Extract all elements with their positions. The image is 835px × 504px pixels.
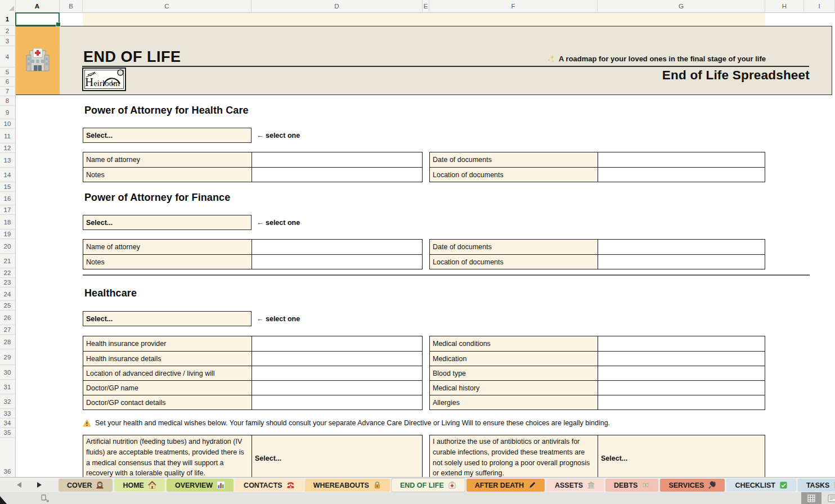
- value-cell[interactable]: [252, 255, 422, 269]
- row-header-15[interactable]: 15: [0, 182, 15, 192]
- sheet-tab-cover[interactable]: COVER: [59, 479, 113, 492]
- row-header-35[interactable]: 35: [0, 428, 15, 438]
- label-cell[interactable]: Allergies: [430, 395, 598, 410]
- row-header-26[interactable]: 26: [0, 310, 15, 325]
- wish-statement-cell[interactable]: Artificial nutrition (feeding tubes) and…: [83, 435, 252, 482]
- row-header-27[interactable]: 27: [0, 325, 15, 335]
- row-header-16[interactable]: 16: [0, 192, 15, 205]
- label-cell[interactable]: Location of documents: [430, 168, 598, 182]
- banner-accent-cell[interactable]: [16, 26, 60, 94]
- select-dropdown-cell[interactable]: Select...: [83, 311, 252, 326]
- select-dropdown-cell[interactable]: Select...: [83, 128, 252, 143]
- wish-statement-cell[interactable]: I authorize the use of antibiotics or an…: [430, 435, 598, 482]
- row-header-12[interactable]: 12: [0, 143, 15, 153]
- row-header-10[interactable]: 10: [0, 119, 15, 129]
- label-cell[interactable]: Health insurance details: [83, 352, 252, 366]
- sheet-tab-checklist[interactable]: CHECKLIST: [726, 479, 796, 492]
- value-cell[interactable]: [598, 152, 765, 167]
- value-cell[interactable]: [598, 395, 765, 410]
- label-cell[interactable]: Doctor/GP contact details: [83, 395, 252, 410]
- value-cell[interactable]: [598, 240, 765, 254]
- column-header-i[interactable]: I: [804, 0, 835, 12]
- row-header-29[interactable]: 29: [0, 349, 15, 365]
- label-cell[interactable]: Blood type: [430, 366, 598, 380]
- row-header-4[interactable]: 4: [0, 46, 15, 68]
- label-cell[interactable]: Location of advanced directive / living …: [83, 366, 252, 380]
- value-cell[interactable]: [598, 255, 765, 269]
- row-header-9[interactable]: 9: [0, 106, 15, 119]
- row-header-34[interactable]: 34: [0, 418, 15, 428]
- row-header-3[interactable]: 3: [0, 36, 15, 46]
- value-cell[interactable]: [252, 336, 422, 351]
- value-cell[interactable]: [598, 336, 765, 351]
- tab-scroll-right-icon[interactable]: [37, 482, 42, 488]
- sheet-tab-after-death[interactable]: AFTER DEATH: [466, 479, 545, 492]
- label-cell[interactable]: Name of attorney: [83, 152, 252, 167]
- row-header-25[interactable]: 25: [0, 301, 15, 310]
- row-header-7[interactable]: 7: [0, 87, 15, 96]
- row-header-20[interactable]: 20: [0, 239, 15, 254]
- value-cell[interactable]: [598, 366, 765, 380]
- value-cell[interactable]: [252, 352, 422, 366]
- row-header-1[interactable]: 1: [0, 12, 15, 26]
- row-header-17[interactable]: 17: [0, 205, 15, 215]
- wish-select-cell[interactable]: Select...: [598, 435, 765, 482]
- column-header-c[interactable]: C: [83, 0, 252, 12]
- label-cell[interactable]: Date of documents: [430, 240, 598, 254]
- wish-select-cell[interactable]: Select...: [252, 435, 422, 482]
- label-cell[interactable]: Medication: [430, 352, 598, 366]
- row-header-5[interactable]: 5: [0, 68, 15, 77]
- row-header-6[interactable]: 6: [0, 77, 15, 87]
- row-header-28[interactable]: 28: [0, 335, 15, 349]
- row-header-24[interactable]: 24: [0, 287, 15, 301]
- label-cell[interactable]: Doctor/GP name: [83, 381, 252, 395]
- row-header-31[interactable]: 31: [0, 380, 15, 394]
- column-header-h[interactable]: H: [765, 0, 804, 12]
- value-cell[interactable]: [598, 381, 765, 395]
- row-header-2[interactable]: 2: [0, 26, 15, 36]
- row-header-18[interactable]: 18: [0, 215, 15, 230]
- row-header-11[interactable]: 11: [0, 129, 15, 143]
- column-header-f[interactable]: F: [429, 0, 598, 12]
- page-layout-view-button[interactable]: [825, 492, 835, 504]
- row-header-21[interactable]: 21: [0, 254, 15, 268]
- value-cell[interactable]: [252, 168, 422, 182]
- column-header-d[interactable]: D: [252, 0, 423, 12]
- sheet-tab-contacts[interactable]: CONTACTS: [235, 479, 303, 492]
- label-cell[interactable]: Location of documents: [430, 255, 598, 269]
- column-header-e[interactable]: E: [423, 0, 429, 12]
- value-cell[interactable]: [252, 366, 422, 380]
- row-header-8[interactable]: 8: [0, 96, 15, 106]
- sheet-tab-whereabouts[interactable]: WHEREABOUTS: [305, 479, 390, 492]
- sheet-tab-home[interactable]: HOME: [114, 479, 165, 492]
- row-header-33[interactable]: 33: [0, 409, 15, 418]
- select-all-corner[interactable]: [0, 0, 16, 12]
- value-cell[interactable]: [598, 168, 765, 182]
- sheet-tab-overview[interactable]: OVERVIEW: [167, 479, 234, 492]
- label-cell[interactable]: Notes: [83, 255, 252, 269]
- value-cell[interactable]: [252, 152, 422, 167]
- sheet-tab-assets[interactable]: ASSETS: [546, 479, 604, 492]
- sheet-tab-services[interactable]: SERVICES: [660, 479, 725, 492]
- normal-view-button[interactable]: [801, 492, 821, 504]
- row-header-32[interactable]: 32: [0, 394, 15, 409]
- value-cell[interactable]: [598, 352, 765, 366]
- label-cell[interactable]: Date of documents: [430, 152, 598, 167]
- sheet-tab-debts[interactable]: DEBTS: [605, 479, 658, 492]
- row-header-13[interactable]: 13: [0, 153, 15, 168]
- fill-handle[interactable]: [56, 22, 61, 27]
- row-header-22[interactable]: 22: [0, 268, 15, 278]
- select-dropdown-cell[interactable]: Select...: [83, 215, 252, 230]
- label-cell[interactable]: Name of attorney: [83, 240, 252, 254]
- row-header-23[interactable]: 23: [0, 278, 15, 287]
- label-cell[interactable]: Health insurance provider: [83, 336, 252, 351]
- sheet-tab-end-of-life[interactable]: END OF LIFE: [392, 479, 465, 492]
- value-cell[interactable]: [252, 395, 422, 410]
- label-cell[interactable]: Medical history: [430, 381, 598, 395]
- label-cell[interactable]: Notes: [83, 168, 252, 182]
- sheet-tab-tasks[interactable]: TASKS: [798, 479, 835, 492]
- column-header-g[interactable]: G: [598, 0, 765, 12]
- column-header-b[interactable]: B: [60, 0, 83, 12]
- row-header-30[interactable]: 30: [0, 365, 15, 380]
- row-header-19[interactable]: 19: [0, 230, 15, 239]
